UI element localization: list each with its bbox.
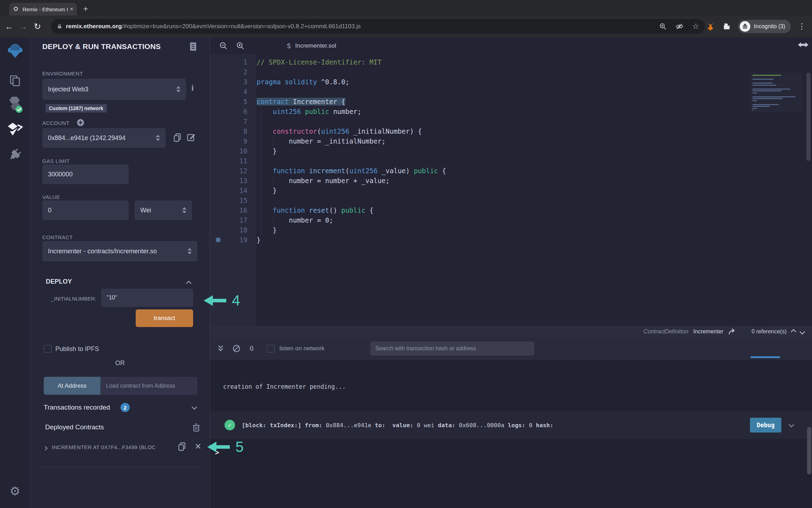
code-line[interactable]: 17 number = 0; (210, 215, 812, 225)
panel-title: DEPLOY & RUN TRANSACTIONS (42, 42, 161, 51)
code-line[interactable]: 7 (210, 116, 812, 126)
gas-limit-input[interactable] (42, 164, 129, 184)
expand-horizontal-icon[interactable] (798, 41, 808, 49)
value-unit-select[interactable]: Wei (135, 200, 192, 220)
code-line[interactable]: 12 function increment(uint256 _value) pu… (210, 166, 812, 176)
code-line[interactable]: 13 number = number + _value; (210, 176, 812, 186)
code-line[interactable]: 2 (210, 67, 812, 77)
browser-tab[interactable]: Remix - Ethereum IDE × (9, 3, 77, 16)
at-address-button[interactable]: At Address (44, 377, 100, 395)
transaction-log-row[interactable]: ✓ [block: txIndex:] from: 0x884...e941e … (210, 411, 812, 439)
plugin-manager-icon[interactable] (0, 147, 30, 162)
tx-summary: [block: txIndex:] from: 0x884...e941e to… (242, 411, 553, 439)
remix-icon-bar: ⚙ (0, 37, 30, 508)
clear-contracts-trash-icon[interactable] (192, 423, 201, 432)
incognito-badge[interactable]: Incognito (3) (738, 20, 791, 33)
remix-logo-icon[interactable] (0, 42, 30, 60)
info-icon[interactable]: i (191, 83, 194, 93)
code-line[interactable]: 15 (210, 195, 812, 205)
forward-icon[interactable]: → (16, 22, 30, 31)
publish-ipfs-checkbox[interactable] (44, 345, 51, 353)
code-line[interactable]: 18 } (210, 225, 812, 235)
code-line[interactable]: 5contract Incrementer { (210, 97, 812, 107)
bookmark-star-icon[interactable]: ☆ (692, 22, 699, 31)
code-line[interactable]: 3pragma solidity ^0.8.0; (210, 77, 812, 87)
prev-reference-icon[interactable] (791, 329, 796, 334)
account-select[interactable]: 0x884...e941e (1242.29494 (42, 128, 166, 148)
browser-menu-icon[interactable]: ⋮ (798, 22, 806, 31)
editor-header: S Incrementer.sol (210, 37, 812, 54)
code-line[interactable]: 1// SPDX-License-Identifier: MIT (210, 57, 812, 67)
minimap-content (752, 75, 800, 111)
transactions-count-badge: 2 (121, 403, 130, 412)
copy-account-icon[interactable] (173, 133, 182, 143)
collapse-terminal-icon[interactable] (217, 344, 224, 353)
edit-account-icon[interactable] (186, 133, 196, 142)
remove-contract-icon[interactable] (195, 443, 201, 449)
collapse-deploy-icon[interactable] (186, 281, 192, 286)
deployed-contract-item[interactable]: INCREMENTER AT 0X7F4...F3499 (BLOC (52, 444, 156, 450)
code-line[interactable]: 8 constructor(uint256 _initialNumber) { (210, 126, 812, 136)
value-label: VALUE (42, 194, 60, 200)
editor-scrollbar[interactable] (806, 73, 811, 161)
reload-icon[interactable]: ↻ (30, 22, 44, 31)
editor-statusbar: ContractDefinition Incrementer 0 referen… (210, 326, 812, 337)
copy-contract-icon[interactable] (177, 442, 186, 452)
listen-network-checkbox[interactable] (267, 345, 275, 352)
code-editor[interactable]: 1// SPDX-License-Identifier: MIT23pragma… (210, 54, 812, 326)
code-line[interactable]: 16 function reset() public { (210, 205, 812, 215)
minimap[interactable] (750, 73, 802, 112)
expand-tx-icon[interactable] (789, 422, 794, 428)
expand-contract-icon[interactable] (43, 446, 48, 450)
docs-book-icon[interactable] (189, 42, 198, 52)
annotation-arrow-4: 4 (204, 292, 240, 309)
environment-label: ENVIRONMENT (42, 71, 83, 77)
value-input[interactable] (42, 200, 129, 220)
eye-hidden-icon[interactable] (675, 23, 684, 30)
transactions-chevron-icon[interactable] (192, 404, 197, 410)
browser-tabstrip: Remix - Ethereum IDE × + (0, 0, 812, 16)
editor-tab[interactable]: S Incrementer.sol (287, 42, 336, 50)
contract-select[interactable]: Incrementer - contracts/Incrementer.so (42, 241, 197, 261)
transact-button[interactable]: transact (136, 309, 193, 327)
clear-console-icon[interactable] (232, 344, 241, 353)
environment-select[interactable]: Injected Web3 (42, 79, 186, 100)
param-input[interactable] (101, 289, 193, 307)
breakpoint-dot[interactable] (216, 237, 221, 242)
extensions-puzzle-icon[interactable] (722, 22, 731, 31)
url-bar[interactable]: remix.ethereum.org/#optimize=true&runs=2… (51, 19, 705, 34)
code-line[interactable]: 11 (210, 156, 812, 166)
url-host: remix.ethereum.org (66, 23, 122, 30)
terminal-drag-handle[interactable] (751, 356, 780, 358)
settings-gear-icon[interactable]: ⚙ (0, 484, 30, 498)
code-line[interactable]: 19} (210, 235, 812, 245)
at-address-input[interactable] (100, 377, 197, 395)
or-label: OR (30, 359, 210, 367)
zoom-out-icon[interactable] (219, 42, 228, 50)
metamask-icon[interactable] (706, 22, 715, 31)
pending-tx-count: 0 (250, 345, 253, 352)
deploy-run-icon[interactable] (0, 122, 30, 136)
code-line[interactable]: 4 (210, 87, 812, 97)
next-reference-icon[interactable] (800, 329, 805, 334)
status-context: ContractDefinition (644, 328, 688, 335)
back-icon[interactable]: ← (2, 22, 16, 31)
goto-reference-icon[interactable] (728, 328, 736, 335)
terminal-scrollbar[interactable] (807, 427, 811, 474)
zoom-page-icon[interactable] (659, 23, 667, 30)
add-account-icon[interactable] (76, 119, 85, 127)
code-line[interactable]: 6 uint256 public number; (210, 107, 812, 116)
tab-favicon (13, 6, 19, 12)
solidity-compiler-icon[interactable] (0, 95, 30, 114)
file-explorer-icon[interactable] (0, 74, 30, 87)
terminal-search-input[interactable] (370, 341, 534, 356)
solidity-file-icon: S (287, 42, 291, 50)
new-tab-icon[interactable]: + (80, 4, 91, 14)
terminal-output[interactable]: creation of Incrementer pending... ✓ [bl… (210, 360, 812, 508)
code-line[interactable]: 14 } (210, 186, 812, 195)
tab-close-icon[interactable]: × (70, 6, 73, 13)
debug-button[interactable]: Debug (750, 418, 781, 433)
code-line[interactable]: 9 number = _initialNumber; (210, 136, 812, 146)
zoom-in-icon[interactable] (236, 42, 245, 50)
code-line[interactable]: 10 } (210, 146, 812, 156)
